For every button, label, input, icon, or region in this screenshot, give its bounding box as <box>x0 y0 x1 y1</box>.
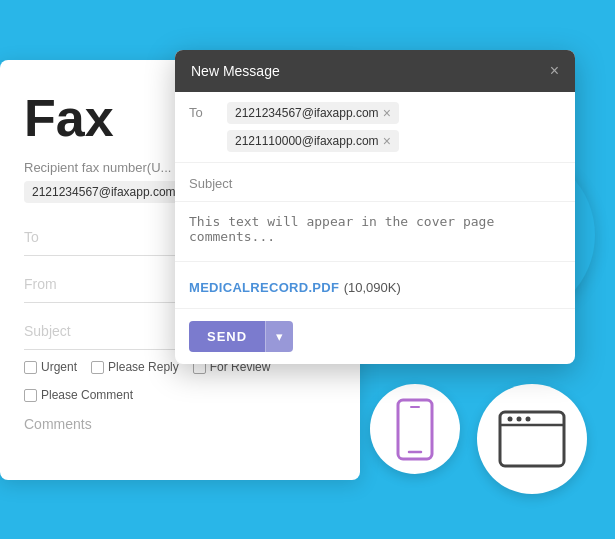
please-reply-checkbox-item[interactable]: Please Reply <box>91 360 179 374</box>
phone-icon-circle <box>370 384 460 474</box>
please-comment-label: Please Comment <box>41 388 133 402</box>
browser-icon-circle <box>477 384 587 494</box>
remove-recipient-2[interactable]: × <box>383 133 391 149</box>
comments-label: Comments <box>24 416 336 432</box>
browser-icon <box>497 409 567 469</box>
please-comment-checkbox[interactable] <box>24 389 37 402</box>
svg-point-10 <box>526 417 531 422</box>
attachment-row: MEDICALRECORD.PDF (10,090K) <box>175 266 575 309</box>
recipient-tag[interactable]: 2121234567@ifaxapp.com × <box>24 181 196 203</box>
urgent-label: Urgent <box>41 360 77 374</box>
urgent-checkbox[interactable] <box>24 361 37 374</box>
body-textarea[interactable] <box>175 202 575 262</box>
modal-header: New Message × <box>175 50 575 92</box>
recipient-tag-2[interactable]: 2121110000@ifaxapp.com × <box>227 130 399 152</box>
send-button[interactable]: SEND <box>189 321 265 352</box>
please-reply-checkbox[interactable] <box>91 361 104 374</box>
urgent-checkbox-item[interactable]: Urgent <box>24 360 77 374</box>
modal-title: New Message <box>191 63 280 79</box>
send-row: SEND ▾ <box>175 309 575 364</box>
to-label: To <box>189 102 219 120</box>
subject-input[interactable] <box>240 173 561 188</box>
phone-icon <box>395 397 435 462</box>
svg-point-9 <box>517 417 522 422</box>
svg-point-8 <box>508 417 513 422</box>
recipients-container: 2121234567@ifaxapp.com × 2121110000@ifax… <box>227 102 561 152</box>
send-dropdown-button[interactable]: ▾ <box>265 321 293 352</box>
modal-close-button[interactable]: × <box>550 62 559 80</box>
attachment-filename: MEDICALRECORD.PDF <box>189 280 339 295</box>
subject-row: Subject <box>175 163 575 202</box>
please-reply-label: Please Reply <box>108 360 179 374</box>
to-row: To 2121234567@ifaxapp.com × 2121110000@i… <box>175 92 575 163</box>
svg-rect-3 <box>398 400 432 459</box>
new-message-modal: New Message × To 2121234567@ifaxapp.com … <box>175 50 575 364</box>
remove-recipient-1[interactable]: × <box>383 105 391 121</box>
send-dropdown-icon: ▾ <box>276 329 283 344</box>
please-comment-checkbox-item[interactable]: Please Comment <box>24 388 133 402</box>
modal-body: To 2121234567@ifaxapp.com × 2121110000@i… <box>175 92 575 364</box>
recipient-tag-1[interactable]: 2121234567@ifaxapp.com × <box>227 102 399 124</box>
attachment-size: (10,090K) <box>344 280 401 295</box>
fax-checkboxes: Urgent Please Reply For Review Please Co… <box>24 360 336 402</box>
subject-label: Subject <box>189 173 232 191</box>
